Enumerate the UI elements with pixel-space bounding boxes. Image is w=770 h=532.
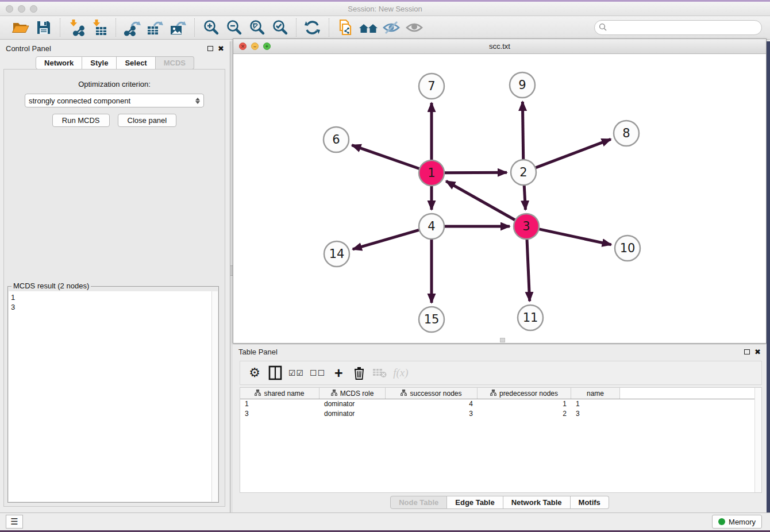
table-cell[interactable]: 1 [571,399,620,409]
table-cell[interactable]: dominator [319,409,386,419]
node-6[interactable]: 6 [324,127,349,152]
tab-mcds[interactable]: MCDS [156,56,194,70]
tab-motifs[interactable]: Motifs [571,496,609,509]
save-icon[interactable] [33,18,54,37]
node-table[interactable]: shared nameMCDS rolesuccessor nodesprede… [240,387,762,493]
table-cell[interactable]: 2 [478,409,571,419]
run-mcds-button[interactable]: Run MCDS [52,114,110,127]
show-details-icon[interactable] [404,18,425,37]
edge-3-11[interactable] [527,239,530,301]
close-table-panel-icon[interactable]: ✖ [754,348,761,356]
column-tree-icon [255,390,261,398]
tab-style[interactable]: Style [82,56,117,70]
network-window-title: scc.txt [233,42,766,51]
svg-text:2: 2 [519,165,527,179]
node-4[interactable]: 4 [419,214,444,239]
tab-network-table[interactable]: Network Table [503,496,571,509]
node-7[interactable]: 7 [419,74,444,99]
column-settings-icon[interactable]: ⚙ [246,363,263,383]
float-panel-icon[interactable] [207,46,213,51]
tab-node-table[interactable]: Node Table [390,496,447,509]
column-header-shared-name[interactable]: shared name [240,388,319,399]
node-8[interactable]: 8 [614,121,639,146]
node-14[interactable]: 14 [324,241,349,267]
table-cell[interactable]: 4 [386,399,478,409]
table-scrollbar[interactable] [754,388,761,492]
svg-text:9: 9 [518,78,526,92]
import-table-icon[interactable] [89,18,110,37]
node-15[interactable]: 15 [419,307,444,332]
zoom-selected-icon[interactable] [270,18,290,37]
column-header-name[interactable]: name [571,388,620,399]
control-panel-header: Control Panel ✖ [0,41,230,55]
table-row[interactable]: 3dominator323 [240,409,761,419]
table-cell[interactable]: 1 [240,399,319,409]
table-cell[interactable]: 1 [478,399,571,409]
network-window: ✕ – + scc.txt 7968124314101511 [233,38,767,344]
control-panel-tabs: NetworkStyleSelectMCDS [0,56,230,70]
edge-4-14[interactable] [353,230,419,249]
tab-network[interactable]: Network [36,56,82,70]
new-network-from-selection-icon[interactable] [335,18,356,37]
node-10[interactable]: 10 [615,236,640,261]
function-builder-icon: f(x) [392,363,409,383]
canvas-grip[interactable] [500,338,505,342]
close-panel-icon[interactable]: ✖ [218,45,224,52]
column-header-successor-nodes[interactable]: successor nodes [386,388,478,399]
edge-3-1[interactable] [446,181,515,220]
show-columns-icon[interactable] [267,363,284,383]
column-label: shared name [264,390,304,398]
network-window-titlebar[interactable]: ✕ – + scc.txt [233,39,766,54]
table-cell[interactable]: dominator [319,399,386,409]
import-network-icon[interactable] [66,18,87,37]
zoom-out-icon[interactable] [224,18,244,37]
main-titlebar: Session: New Session [0,2,770,16]
open-folder-icon[interactable] [10,18,31,37]
table-toolbar: ⚙☑☑☐☐+f(x) [240,361,762,385]
add-column-icon[interactable]: + [330,363,347,383]
refresh-icon[interactable] [302,18,323,37]
table-row[interactable]: 1dominator411 [240,399,761,409]
zoom-in-icon[interactable] [201,18,221,37]
edge-2-3[interactable] [524,185,525,210]
result-scrollbar[interactable] [211,291,218,502]
tab-edge-table[interactable]: Edge Table [447,496,503,509]
edge-1-6[interactable] [352,145,419,169]
select-all-columns-icon[interactable]: ☑☑ [287,363,305,383]
node-11[interactable]: 11 [518,305,543,330]
network-graph[interactable]: 7968124314101511 [233,54,766,343]
column-header-MCDS-role[interactable]: MCDS role [319,388,386,399]
svg-text:7: 7 [428,79,435,93]
tab-select[interactable]: Select [117,56,155,70]
search-input[interactable] [594,20,762,35]
delete-column-icon[interactable] [351,363,368,383]
table-cell[interactable]: 3 [386,409,478,419]
task-list-icon[interactable]: ☰ [6,515,23,529]
export-network-icon[interactable] [122,18,143,37]
network-canvas[interactable]: 7968124314101511 [233,54,766,343]
mcds-result-area[interactable]: 1 3 [9,291,218,502]
edge-3-10[interactable] [539,229,611,245]
hide-details-icon[interactable] [381,18,402,37]
node-9[interactable]: 9 [510,72,535,98]
table-cell[interactable]: 3 [240,409,319,419]
export-image-icon[interactable] [168,18,188,37]
svg-text:4: 4 [428,219,435,233]
unselect-all-columns-icon[interactable]: ☐☐ [309,363,326,383]
node-3[interactable]: 3 [514,214,539,239]
node-2[interactable]: 2 [511,160,536,185]
edge-1-2[interactable] [444,172,507,173]
criterion-dropdown[interactable]: strongly connected component [25,94,204,107]
node-1[interactable]: 1 [419,160,444,186]
table-cell[interactable]: 3 [571,409,620,419]
svg-text:15: 15 [424,313,440,326]
float-table-panel-icon[interactable] [744,349,750,354]
first-neighbors-icon[interactable] [358,18,379,37]
close-panel-button[interactable]: Close panel [118,114,177,127]
zoom-fit-icon[interactable] [247,18,267,37]
memory-button[interactable]: Memory [712,515,762,529]
column-header-predecessor-nodes[interactable]: predecessor nodes [478,388,571,399]
export-table-icon[interactable] [145,18,165,37]
edge-2-8[interactable] [536,139,611,168]
edge-2-9[interactable] [522,102,523,160]
